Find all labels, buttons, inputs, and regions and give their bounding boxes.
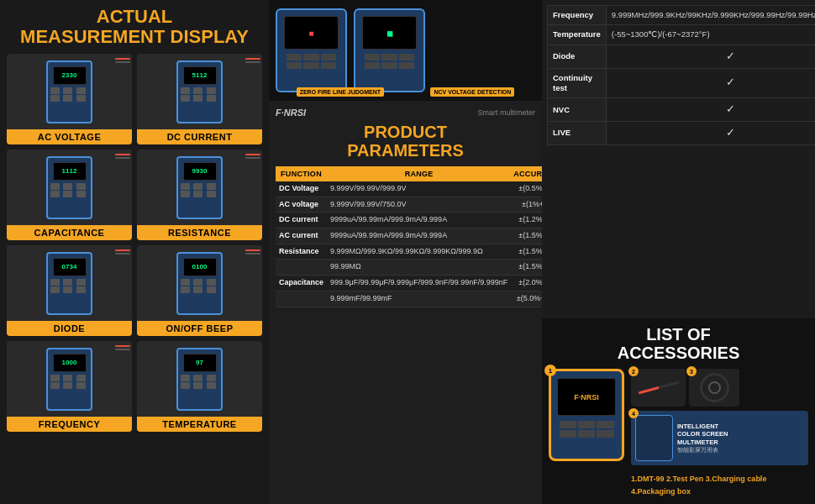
resistance-label: RESISTANCE [137, 225, 262, 240]
specs-row: LIVE ✓ [548, 122, 816, 145]
box-row: 4 INTELLIGENT COLOR SCREEN MULTIMETER 智能… [631, 411, 808, 465]
accessory-row-1: 2 3 [631, 369, 808, 407]
box-image: INTELLIGENT COLOR SCREEN MULTIMETER 智能彩屏… [631, 411, 808, 465]
box-text-subtitle: COLOR SCREEN [677, 430, 728, 438]
box-text-product: MULTIMETER [677, 438, 728, 447]
temperature-screen: 97 [183, 354, 217, 372]
measurement-ac-voltage: 2330 AC VOLTAGE [7, 54, 132, 144]
specs-row: Continuity test ✓ [548, 68, 816, 98]
middle-panel: ■ ◼ ZERO FIRE LINE JUDGMENT NCV VOLTAGE … [269, 0, 542, 504]
specs-row: NVC ✓ [548, 98, 816, 122]
capacitance-image: 1112 [7, 150, 132, 225]
frequency-screen: 1000 [53, 354, 87, 372]
specs-table-section: Frequency 9.999MHz/999.9KHz/99KHz/9.999K… [542, 0, 815, 318]
accessories-title-line2: ACCESSORIES [618, 344, 740, 362]
params-title-line1: PRODUCT [364, 123, 447, 141]
col-function: FUNCTION [276, 166, 327, 181]
diode-screen: 0734 [53, 258, 87, 276]
measurement-capacitance: 1112 CAPACITANCE [7, 150, 132, 240]
table-row: Capacitance 999.9μF/99.99μF/9.999μF/999.… [276, 276, 542, 291]
ac-voltage-label: AC VOLTAGE [7, 129, 132, 144]
left-panel: ACTUAL MEASUREMENT DISPLAY 2330 [0, 0, 269, 504]
frequency-image: 1000 [7, 341, 132, 417]
measurement-dc-current: 5112 DC CURRENT [137, 54, 262, 144]
title-line2: MEASUREMENT DISPLAY [20, 26, 249, 47]
box-device-mini [635, 415, 673, 461]
measurement-onoff-beep: 0100 ON/OFF BEEP [137, 245, 262, 336]
accessories-section: LIST OF ACCESSORIES 1 F·NRSI [542, 318, 815, 504]
params-section: F·NRSI Smart multimeter PRODUCT PARAMETE… [269, 101, 542, 504]
accessories-content: 1 F·NRSI 2 [549, 369, 808, 497]
showcase-screen-left: ■ [284, 16, 339, 50]
params-table: FUNCTION RANGE ACCURACY DC Voltage 9.999… [276, 166, 542, 307]
params-title-line2: PARAMETERS [347, 141, 464, 160]
measurement-grid: 2330 AC VOLTAGE [7, 54, 262, 432]
onoff-label: ON/OFF BEEP [137, 321, 262, 336]
ac-voltage-screen: 2330 [53, 66, 87, 85]
table-row: Resistance 9.999MΩ/999.9KΩ/99.99KΩ/9.999… [276, 244, 542, 260]
measurement-diode: 0734 DIODE [7, 245, 132, 336]
accessories-label-text: 1.DMT-99 2.Test Pen 3.Charging cable 4.P… [631, 475, 766, 495]
col-accuracy: ACCURACY [511, 166, 542, 181]
resistance-screen: 9930 [183, 162, 217, 181]
measurement-resistance: 9930 RESISTANCE [137, 150, 262, 240]
specs-row: Diode ✓ [548, 45, 816, 68]
dc-current-screen: 5112 [183, 66, 217, 85]
temperature-image: 97 [137, 341, 262, 417]
specs-row: Temperature (-55~1300℃)/(-67~2372°F) ±(2… [548, 25, 816, 45]
test-pen-image [631, 369, 686, 407]
params-title: PRODUCT PARAMETERS [276, 123, 535, 160]
table-row: 99.99MΩ ±(1.5%+3) [276, 260, 542, 276]
panel-title: ACTUAL MEASUREMENT DISPLAY [7, 7, 262, 47]
ac-voltage-image: 2330 [7, 54, 132, 129]
smart-label: Smart multimeter [477, 108, 535, 117]
onoff-image: 0100 [137, 245, 262, 321]
accessories-right: 2 3 4 [631, 369, 808, 497]
device-large-screen: F·NRSI [557, 378, 616, 416]
table-row: 9.999mF/99.99mF ±(5.0%+20) [276, 291, 542, 307]
right-panel: Frequency 9.999MHz/999.9KHz/99KHz/9.999K… [542, 0, 815, 504]
diode-label: DIODE [7, 321, 132, 336]
frequency-label: FREQUENCY [7, 417, 132, 432]
resistance-image: 9930 [137, 150, 262, 225]
zero-fire-label: ZERO FIRE LINE JUDGMENT [297, 87, 384, 97]
table-row: DC current 9999uA/99.99mA/999.9mA/9.999A… [276, 213, 542, 228]
diode-image: 0734 [7, 245, 132, 321]
showcase-screen-right: ◼ [362, 16, 417, 50]
box-text-title: INTELLIGENT [677, 423, 728, 431]
table-row: DC Voltage 9.999V/99.99V/999.9V ±(0.5%+3… [276, 181, 542, 197]
title-line1: ACTUAL [97, 6, 172, 27]
box-text-sub: 智能彩屏万用表 [677, 447, 728, 454]
capacitance-label: CAPACITANCE [7, 225, 132, 240]
specs-table: Frequency 9.999MHz/999.9KHz/99KHz/9.999K… [547, 5, 815, 145]
dc-current-label: DC CURRENT [137, 129, 262, 144]
col-range: RANGE [327, 166, 511, 181]
accessories-title: LIST OF ACCESSORIES [549, 325, 808, 362]
device-large: F·NRSI [549, 369, 624, 461]
ncv-label: NCV VOLTAGE DETECTION [430, 87, 514, 97]
dc-current-image: 5112 [137, 54, 262, 129]
temperature-label: TEMPERATURE [137, 417, 262, 432]
measurement-frequency: 1000 FREQUENCY [7, 341, 132, 432]
device-showcase-right: ◼ [354, 8, 425, 92]
capacitance-screen: 1112 [53, 162, 87, 181]
specs-row: Frequency 9.999MHz/999.9KHz/99KHz/9.999K… [548, 6, 816, 25]
brand-label: F·NRSI [276, 108, 306, 118]
accessories-title-line1: LIST OF [646, 325, 711, 344]
accessories-labels: 1.DMT-99 2.Test Pen 3.Charging cable 4.P… [631, 473, 808, 497]
cable-image [689, 369, 739, 407]
top-device-section: ■ ◼ ZERO FIRE LINE JUDGMENT NCV VOLTAGE … [269, 0, 542, 101]
measurement-temperature: 97 TEMPERATURE [137, 341, 262, 432]
table-row: AC voltage 9.999V/99.99V/750.0V ±(1%+3) [276, 197, 542, 213]
device-showcase-left: ■ [276, 8, 347, 92]
table-row: AC current 9999uA/99.99mA/999.9mA/9.999A… [276, 228, 542, 244]
onoff-screen: 0100 [183, 258, 217, 276]
